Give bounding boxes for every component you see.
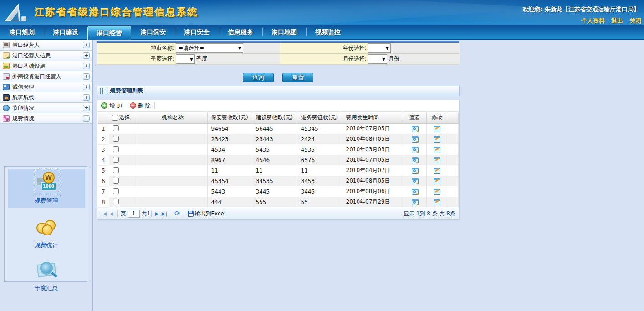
view-button[interactable]: [404, 197, 426, 207]
system-title: 江苏省省级港口综合管理信息系统: [35, 6, 199, 19]
next-page-icon[interactable]: ▶: [155, 211, 158, 217]
sidebar-item-flight-route[interactable]: 航班航线 +: [0, 92, 92, 103]
delete-button[interactable]: − 删 除: [130, 102, 151, 110]
submenu-item-annual-summary[interactable]: 年度汇总: [8, 257, 85, 295]
quarter-select[interactable]: ▼: [176, 54, 195, 64]
edit-button[interactable]: [426, 155, 448, 165]
expand-icon[interactable]: +: [83, 52, 90, 59]
table-row: 1 94654 56445 45345 2010年07月05日: [98, 123, 459, 134]
row-checkbox[interactable]: [113, 125, 119, 131]
fee-list-panel: 规费管理列表 + 增 加 − 删 除: [97, 86, 460, 220]
edit-button[interactable]: [426, 165, 448, 176]
tab-port-operation[interactable]: 港口经营: [87, 26, 131, 40]
export-excel-button[interactable]: 输出到Excel: [188, 210, 226, 218]
table-row: 5 11 11 11 2010年04月07日: [98, 165, 459, 176]
record-summary: 显示 1到 8 条 共 8条: [404, 210, 455, 218]
row-checkbox[interactable]: [113, 167, 119, 173]
expand-icon[interactable]: +: [83, 84, 90, 90]
edit-button[interactable]: [426, 134, 448, 144]
view-button[interactable]: [404, 165, 426, 176]
collapse-icon[interactable]: −: [83, 115, 90, 122]
tab-port-safety[interactable]: 港口安全: [175, 25, 219, 39]
table-icon: [100, 88, 107, 94]
expand-icon[interactable]: +: [83, 63, 90, 69]
panel-title: 规费管理列表: [110, 87, 143, 95]
close-link[interactable]: 关闭: [629, 17, 641, 24]
first-page-icon[interactable]: |◀: [101, 211, 107, 217]
submenu-item-fee-statistics[interactable]: 规费统计: [8, 214, 85, 252]
edit-button[interactable]: [426, 197, 448, 207]
reset-button[interactable]: 重置: [282, 73, 313, 82]
sidebar-item-foreign-investment[interactable]: 外商投资港口经营人 +: [0, 71, 92, 82]
view-button[interactable]: [404, 176, 426, 186]
select-all-checkbox[interactable]: [112, 115, 118, 121]
table-row: 3 4534 5435 4535 2010年03月03日: [98, 144, 459, 155]
panel-title-bar: 规费管理列表: [97, 86, 460, 96]
edit-button[interactable]: [426, 176, 448, 186]
pagination-bar: |◀ ◀ 页 共1 ▶ ▶| ⟳ 输出到Excel 显示 1到 8 条 共 8条: [97, 208, 459, 219]
table-row: 8 444 555 55 2010年07月29日: [98, 197, 459, 207]
query-button[interactable]: 查询: [243, 73, 274, 82]
row-checkbox[interactable]: [113, 199, 119, 204]
row-checkbox[interactable]: [113, 146, 119, 152]
profile-link[interactable]: 个人资料: [581, 17, 605, 24]
sidebar-item-operator-info[interactable]: 港口经营人信息 +: [0, 51, 92, 61]
edit-button[interactable]: [426, 123, 448, 134]
fee-submenu-panel: 1000₩ 规费管理 规费统计 年度汇总: [4, 166, 88, 282]
month-suffix: 月份: [388, 55, 399, 63]
view-button[interactable]: [404, 186, 426, 197]
submenu-item-fee-management[interactable]: 1000₩ 规费管理: [8, 169, 85, 208]
page-input[interactable]: [128, 210, 140, 218]
view-button[interactable]: [404, 144, 426, 155]
view-button[interactable]: [404, 123, 426, 134]
month-select[interactable]: ▼: [368, 54, 387, 64]
expand-icon[interactable]: +: [83, 73, 90, 80]
add-button[interactable]: + 增 加: [101, 102, 122, 110]
quarter-suffix: 季度: [196, 55, 207, 63]
last-page-icon[interactable]: ▶|: [162, 211, 167, 217]
row-checkbox[interactable]: [113, 136, 119, 142]
view-button[interactable]: [404, 155, 426, 165]
globe-icon: [3, 105, 10, 111]
view-button[interactable]: [404, 134, 426, 144]
expand-icon[interactable]: +: [83, 42, 90, 48]
sidebar-item-credit-management[interactable]: 诚信管理 +: [0, 82, 92, 92]
tab-port-security[interactable]: 港口保安: [131, 25, 175, 39]
refresh-icon[interactable]: ⟳: [174, 209, 180, 218]
row-checkbox[interactable]: [113, 157, 119, 163]
row-checkbox[interactable]: [113, 188, 119, 194]
city-select[interactable]: =请选择= ▼: [176, 43, 243, 53]
quarter-label: 季度选择:: [97, 54, 175, 65]
edit-button[interactable]: [426, 186, 448, 197]
folder-arrow-icon: [3, 52, 10, 59]
tab-port-construction[interactable]: 港口建设: [44, 25, 87, 39]
table-row: 2 23423 23443 2424 2010年08月05日: [98, 134, 459, 144]
page-label: 页: [121, 210, 126, 218]
total-pages: 共1: [142, 210, 151, 218]
logout-link[interactable]: 退出: [611, 17, 623, 24]
sidebar-item-energy-saving[interactable]: 节能情况 +: [0, 103, 92, 113]
sidebar-item-port-operator[interactable]: 港口经营人 +: [0, 40, 92, 51]
year-label: 年份选择:: [280, 43, 368, 54]
tab-port-map[interactable]: 港口地图: [262, 25, 306, 39]
annual-summary-icon: [36, 259, 57, 281]
tab-port-planning[interactable]: 港口规划: [0, 25, 44, 39]
prev-page-icon[interactable]: ◀: [109, 211, 113, 217]
year-select[interactable]: ▼: [368, 43, 391, 53]
row-checkbox[interactable]: [113, 178, 119, 184]
chevron-down-icon: ▼: [238, 46, 241, 51]
route-icon: [3, 94, 10, 101]
sidebar-item-infrastructure[interactable]: 港口基础设施 +: [0, 61, 92, 71]
expand-icon[interactable]: +: [83, 94, 90, 101]
welcome-text: 欢迎您: 朱新龙【江苏省交通运输厅港口局】: [522, 5, 639, 14]
expand-icon[interactable]: +: [83, 105, 90, 111]
col-port-fee: 港务费征收(元): [297, 112, 342, 123]
city-label: 地市名称:: [97, 43, 175, 54]
table-toolbar: + 增 加 − 删 除: [97, 100, 459, 112]
table-header-row: 选择 机构名称 保安费收取(元) 建设费收取(元) 港务费征收(元) 费用发生时…: [98, 112, 459, 123]
tab-video-monitor[interactable]: 视频监控: [306, 25, 350, 39]
sidebar-item-fee-status[interactable]: 规费情况 −: [0, 113, 92, 124]
edit-button[interactable]: [426, 144, 448, 155]
tab-information-service[interactable]: 信息服务: [219, 25, 262, 39]
sidebar: 港口经营人 + 港口经营人信息 + 港口基础设施 + 外商投资港口经营人 + 诚…: [0, 40, 93, 311]
